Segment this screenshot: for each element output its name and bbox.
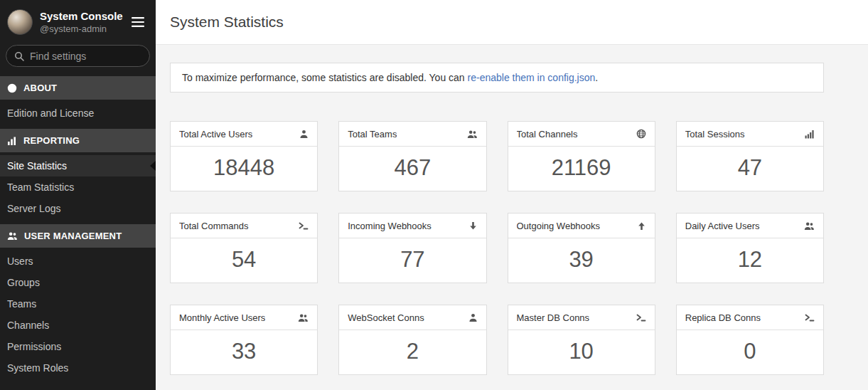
stat-card-websocket-conns: WebSocket Conns2 [338,305,486,375]
sidebar-section-header-user-management: USER MANAGEMENT [0,224,156,248]
main-content: System Statistics To maximize performanc… [156,0,868,390]
user-group-icon [804,221,815,231]
sidebar-item-label: Server Logs [7,203,60,214]
sidebar-item-label: Users [7,255,33,267]
sidebar-section-header-about: ABOUT [0,76,156,100]
user-group-icon [467,130,478,139]
stat-value: 54 [171,238,317,283]
sidebar-section-label: USER MANAGEMENT [24,231,122,241]
stat-label: Incoming Webhooks [348,221,432,231]
sidebar-item-label: Groups [7,277,40,288]
globe-icon [636,129,646,139]
sidebar: System Console @system-admin ABOUTEditio… [0,0,156,390]
stat-value: 2 [339,330,486,374]
stat-label: Outgoing Webhooks [517,221,601,231]
stat-card-header: Incoming Webhooks [339,214,486,238]
sidebar-item-system-roles[interactable]: System Roles [0,357,156,379]
stat-card-header: Total Channels [508,122,655,147]
sidebar-section-label: ABOUT [23,83,57,93]
sidebar-item-label: Team Statistics [7,181,74,193]
page-header: System Statistics [156,0,868,45]
search-input[interactable] [30,51,141,62]
stat-card-header: Total Sessions [677,122,823,147]
stat-card-incoming-webhooks: Incoming Webhooks77 [338,213,486,283]
search-box[interactable] [6,45,150,67]
stat-label: Total Sessions [685,129,745,139]
stat-label: Total Teams [348,129,397,139]
stat-value: 77 [339,238,486,283]
stat-card-total-active-users: Total Active Users18448 [170,121,318,191]
sidebar-item-label: System Roles [7,362,68,374]
user-group-icon [298,313,309,322]
avatar[interactable] [7,9,33,35]
sidebar-item-label: Permissions [7,341,61,352]
sidebar-section-header-reporting: REPORTING [0,129,156,152]
stat-card-total-commands: Total Commands54 [170,213,318,283]
stat-label: Daily Active Users [685,221,760,231]
sidebar-sections: ABOUTEdition and LicenseREPORTINGSite St… [0,76,156,379]
arrow-down-icon [468,221,478,231]
stats-grid: Total Active Users18448Total Teams467Tot… [170,121,824,375]
user-group-icon [7,231,18,241]
stat-value: 467 [339,147,486,191]
banner-config-link[interactable]: re-enable them in config.json [468,72,596,83]
page-title: System Statistics [170,14,284,31]
user-icon [299,130,309,139]
sidebar-item-site-statistics[interactable]: Site Statistics [0,155,156,176]
sidebar-item-edition-and-license[interactable]: Edition and License [0,102,156,124]
sidebar-item-groups[interactable]: Groups [0,272,156,293]
sidebar-item-channels[interactable]: Channels [0,315,156,336]
stat-value: 18448 [171,147,317,191]
console-identity: System Console @system-admin [40,9,130,35]
console-subtitle: @system-admin [40,23,130,36]
search-icon [14,51,24,61]
performance-banner: To maximize performance, some statistics… [170,63,824,93]
bar-chart-icon [7,136,17,146]
stat-value: 0 [677,330,823,374]
info-icon [7,83,17,93]
stat-value: 47 [677,147,823,191]
banner-text-after: . [595,72,598,83]
sidebar-item-teams[interactable]: Teams [0,293,156,315]
stat-card-header: Total Active Users [171,122,317,147]
stat-label: Replica DB Conns [685,312,761,323]
stat-value: 12 [677,238,823,283]
stat-value: 10 [508,330,655,374]
banner-text-before: To maximize performance, some statistics… [182,72,468,83]
stat-label: Total Channels [517,129,578,139]
console-title: System Console [40,9,130,23]
content-area: To maximize performance, some statistics… [156,45,868,390]
terminal-icon [636,312,646,322]
arrow-up-icon [637,221,646,231]
stat-label: Total Active Users [179,129,252,139]
sidebar-item-permissions[interactable]: Permissions [0,336,156,357]
sidebar-item-label: Channels [7,320,49,331]
sidebar-item-label: Edition and License [7,107,94,119]
stat-card-header: Replica DB Conns [677,305,823,330]
stat-value: 33 [171,330,317,374]
stat-card-total-channels: Total Channels21169 [508,121,655,191]
stat-card-total-teams: Total Teams467 [338,121,486,191]
terminal-icon [299,221,309,231]
signal-bars-icon [805,129,815,139]
sidebar-item-users[interactable]: Users [0,251,156,272]
sidebar-item-team-statistics[interactable]: Team Statistics [0,176,156,198]
stat-value: 39 [508,238,655,283]
sidebar-item-label: Teams [7,298,36,310]
user-icon [468,313,478,322]
terminal-icon [805,312,815,322]
hamburger-menu-icon[interactable] [130,16,146,28]
stat-card-total-sessions: Total Sessions47 [676,121,824,191]
stat-card-master-db-conns: Master DB Conns10 [508,305,655,375]
sidebar-section-about: ABOUTEdition and License [0,76,156,124]
stat-card-header: Monthly Active Users [171,305,317,330]
sidebar-item-server-logs[interactable]: Server Logs [0,198,156,219]
stat-card-header: Daily Active Users [677,214,823,238]
stat-label: Total Commands [179,221,249,231]
stat-label: Master DB Conns [517,312,590,323]
stat-card-header: Outgoing Webhooks [508,214,655,238]
search-area [0,41,156,76]
sidebar-header: System Console @system-admin [0,0,156,41]
stat-card-header: Total Commands [171,214,317,238]
stat-card-outgoing-webhooks: Outgoing Webhooks39 [508,213,655,283]
